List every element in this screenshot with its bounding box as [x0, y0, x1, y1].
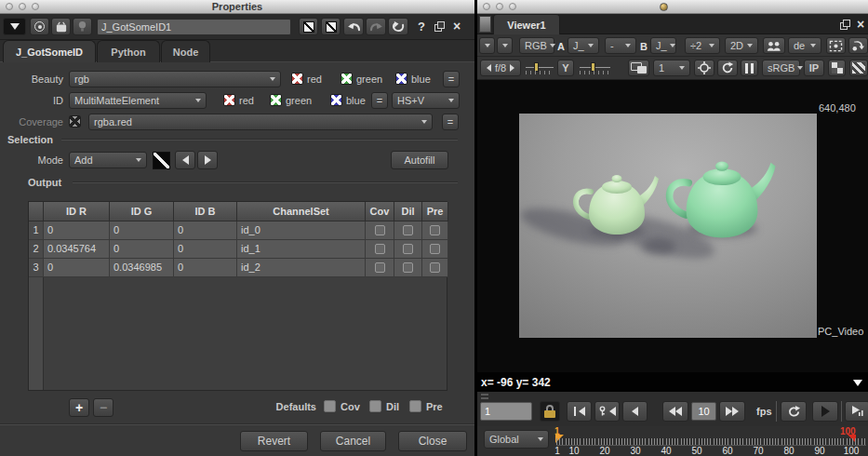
cell-channelset[interactable]: id_1 — [237, 240, 366, 259]
cell-cov[interactable] — [366, 259, 394, 277]
coverage-channel-dropdown[interactable]: rgba.red — [88, 114, 433, 130]
id-link-button[interactable]: = — [371, 92, 388, 109]
triangle-left-icon[interactable] — [487, 64, 491, 72]
id-green-checkbox[interactable] — [270, 94, 282, 106]
table-row[interactable]: 3 0 0.0346985 0 id_2 — [29, 259, 447, 277]
defaults-pre-checkbox[interactable] — [409, 400, 421, 412]
gain-stepper[interactable]: f/8 — [480, 60, 521, 76]
defaults-dil-checkbox[interactable] — [369, 400, 381, 412]
zoom-window-icon[interactable] — [509, 3, 516, 10]
pan-zoom-lock-button[interactable] — [848, 37, 868, 54]
stereo-views-button[interactable] — [763, 37, 785, 54]
gain-slider[interactable] — [526, 60, 554, 75]
cell-idg[interactable]: 0 — [110, 221, 174, 240]
cell-cov[interactable] — [366, 221, 394, 240]
drag-handle[interactable] — [481, 394, 488, 396]
buffer-a-dropdown[interactable] — [479, 37, 495, 54]
redo-button[interactable] — [366, 18, 386, 35]
cell-idb[interactable]: 0 — [174, 240, 237, 259]
roi-button[interactable] — [826, 37, 846, 54]
beauty-green-checkbox[interactable] — [341, 73, 353, 85]
skip-forward-button[interactable] — [719, 401, 745, 422]
tab-node[interactable]: Node — [161, 40, 210, 62]
beauty-blue-checkbox[interactable] — [395, 73, 407, 85]
properties-titlebar[interactable]: Properties — [0, 0, 474, 14]
cell-idg[interactable]: 0 — [110, 240, 174, 259]
pre-checkbox[interactable] — [430, 244, 440, 254]
drag-handle[interactable] — [481, 397, 488, 399]
coverage-link-button[interactable]: = — [442, 114, 459, 130]
float-controls-button[interactable] — [299, 18, 318, 35]
input-b-dropdown[interactable]: J_ — [650, 37, 676, 54]
undo-button[interactable] — [343, 18, 364, 35]
autofill-button[interactable]: Autofill — [391, 151, 448, 169]
frame-increment-input[interactable] — [691, 402, 716, 421]
table-row[interactable]: 2 0.0345764 0 0 id_1 — [29, 240, 447, 259]
id-red-checkbox[interactable] — [223, 94, 235, 106]
current-frame-input[interactable] — [480, 402, 532, 421]
tab-python[interactable]: Python — [97, 40, 160, 62]
close-button[interactable]: Close — [398, 431, 467, 451]
frame-range-dropdown[interactable]: Global — [484, 430, 549, 449]
close-window-icon[interactable] — [483, 3, 490, 10]
col-header-dil[interactable]: Dil — [394, 202, 422, 221]
prev-sample-button[interactable] — [175, 151, 195, 169]
revert-knobs-button[interactable] — [388, 18, 408, 35]
luminance-button[interactable]: Y — [557, 60, 574, 76]
play-forward-button[interactable] — [812, 401, 838, 422]
clipping-warning-button[interactable] — [694, 60, 714, 76]
cell-dil[interactable] — [394, 259, 422, 277]
step-back-button[interactable] — [622, 401, 648, 422]
cell-channelset[interactable]: id_0 — [237, 221, 366, 240]
output-table[interactable]: ID R ID G ID B ChannelSet Cov Dil Pre 1 … — [28, 201, 447, 391]
id-channel-dropdown[interactable]: MultiMatteElement — [69, 92, 207, 109]
refresh-button[interactable] — [717, 60, 738, 76]
cell-pre[interactable] — [422, 259, 448, 277]
skip-back-button[interactable] — [662, 401, 688, 422]
viewer-canvas[interactable]: 640,480 PC_Video — [477, 80, 868, 372]
close-panel-icon[interactable]: × — [453, 19, 461, 34]
input-a-dropdown[interactable]: J_ — [568, 37, 599, 54]
col-header-channelset[interactable]: ChannelSet — [237, 202, 366, 221]
cov-checkbox[interactable] — [375, 225, 385, 235]
beauty-red-checkbox[interactable] — [291, 73, 303, 85]
panel-menu-button[interactable] — [479, 16, 491, 33]
node-indicator-button[interactable] — [30, 18, 49, 35]
cell-idr[interactable]: 0 — [44, 221, 110, 240]
cov-checkbox[interactable] — [375, 262, 385, 273]
remove-row-button[interactable]: − — [93, 398, 114, 417]
mode-swatch-icon[interactable] — [153, 152, 170, 169]
pre-checkbox[interactable] — [430, 225, 440, 235]
col-header-pre[interactable]: Pre — [422, 202, 448, 221]
close-panel-icon[interactable]: × — [857, 17, 864, 32]
triangle-right-icon[interactable] — [510, 64, 514, 72]
monitor-output-button[interactable] — [51, 18, 71, 35]
blend-mode-dropdown[interactable]: - — [605, 37, 636, 54]
timeline-ruler[interactable] — [556, 438, 866, 445]
id-colorspace-dropdown[interactable]: HS+V — [392, 92, 460, 109]
table-row[interactable]: 1 0 0 0 id_0 — [29, 221, 447, 240]
prev-keyframe-button[interactable] — [594, 401, 620, 422]
dil-checkbox[interactable] — [403, 262, 413, 273]
id-blue-checkbox[interactable] — [330, 94, 342, 106]
gamma-slider[interactable] — [580, 60, 610, 75]
col-header-cov[interactable]: Cov — [366, 202, 394, 221]
col-header-idb[interactable]: ID B — [174, 202, 237, 221]
window-traffic-lights[interactable] — [483, 3, 516, 10]
dil-checkbox[interactable] — [403, 225, 413, 235]
input-number-dropdown[interactable]: 1 — [653, 60, 690, 76]
float-controls-button-2[interactable] — [321, 18, 341, 35]
next-sample-button[interactable] — [197, 151, 218, 169]
cell-idr[interactable]: 0 — [44, 259, 110, 277]
coverage-checkbox[interactable] — [69, 115, 81, 127]
cell-pre[interactable] — [422, 221, 448, 240]
tab-viewer1[interactable]: Viewer1 — [493, 14, 560, 34]
cov-checkbox[interactable] — [375, 244, 385, 254]
overlay-format-button[interactable] — [849, 60, 868, 76]
dil-checkbox[interactable] — [403, 244, 413, 254]
revert-button[interactable]: Revert — [240, 431, 308, 451]
goto-start-button[interactable] — [567, 401, 592, 422]
cell-dil[interactable] — [394, 221, 422, 240]
beauty-link-button[interactable]: = — [443, 71, 460, 87]
mode-dropdown[interactable]: Add — [69, 152, 147, 168]
